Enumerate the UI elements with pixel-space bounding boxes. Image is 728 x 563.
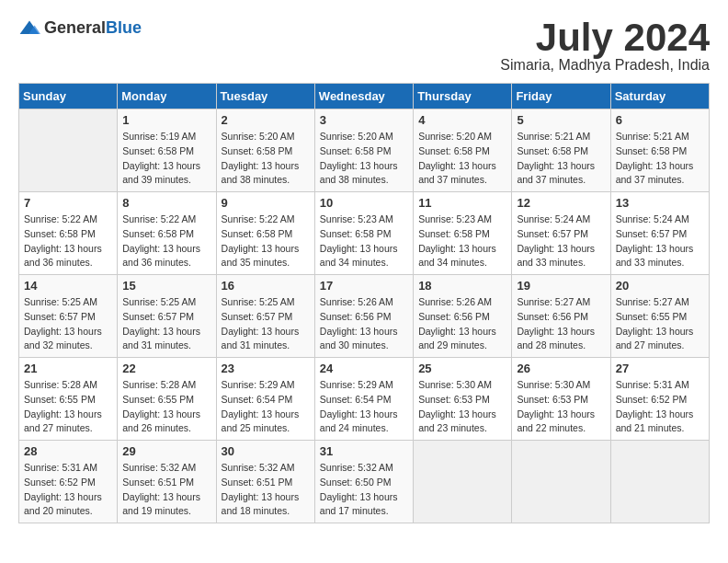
calendar-cell: 12Sunrise: 5:24 AMSunset: 6:57 PMDayligh… xyxy=(512,192,610,275)
calendar-cell xyxy=(19,109,118,192)
day-number: 14 xyxy=(24,279,112,293)
day-number: 5 xyxy=(517,113,605,127)
day-number: 31 xyxy=(320,444,408,458)
calendar-header-row: SundayMondayTuesdayWednesdayThursdayFrid… xyxy=(19,84,710,109)
day-number: 2 xyxy=(222,113,310,127)
day-number: 9 xyxy=(222,196,310,210)
calendar-cell: 27Sunrise: 5:31 AMSunset: 6:52 PMDayligh… xyxy=(610,358,709,441)
day-info: Sunrise: 5:24 AMSunset: 6:57 PMDaylight:… xyxy=(616,213,704,270)
month-title: July 2024 xyxy=(500,18,710,57)
day-number: 12 xyxy=(517,196,605,210)
day-header-sunday: Sunday xyxy=(19,84,118,109)
calendar-cell: 13Sunrise: 5:24 AMSunset: 6:57 PMDayligh… xyxy=(610,192,709,275)
day-info: Sunrise: 5:25 AMSunset: 6:57 PMDaylight:… xyxy=(222,295,310,353)
page-header: GeneralBlue July 2024 Simaria, Madhya Pr… xyxy=(18,18,710,74)
day-number: 22 xyxy=(122,362,210,375)
day-header-monday: Monday xyxy=(118,84,216,109)
week-row-2: 7Sunrise: 5:22 AMSunset: 6:58 PMDaylight… xyxy=(19,192,710,275)
day-info: Sunrise: 5:19 AMSunset: 6:58 PMDaylight:… xyxy=(122,130,210,188)
day-info: Sunrise: 5:28 AMSunset: 6:55 PMDaylight:… xyxy=(24,378,112,436)
logo: GeneralBlue xyxy=(18,18,142,38)
calendar-cell: 11Sunrise: 5:23 AMSunset: 6:58 PMDayligh… xyxy=(414,192,512,275)
day-info: Sunrise: 5:30 AMSunset: 6:53 PMDaylight:… xyxy=(418,378,506,436)
day-info: Sunrise: 5:25 AMSunset: 6:57 PMDaylight:… xyxy=(24,295,112,353)
calendar-cell: 18Sunrise: 5:26 AMSunset: 6:56 PMDayligh… xyxy=(414,275,512,358)
day-info: Sunrise: 5:27 AMSunset: 6:56 PMDaylight:… xyxy=(517,295,605,353)
day-number: 11 xyxy=(418,196,506,210)
week-row-5: 28Sunrise: 5:31 AMSunset: 6:52 PMDayligh… xyxy=(19,441,710,523)
day-info: Sunrise: 5:21 AMSunset: 6:58 PMDaylight:… xyxy=(616,130,704,188)
calendar-cell: 26Sunrise: 5:30 AMSunset: 6:53 PMDayligh… xyxy=(512,358,610,441)
day-header-saturday: Saturday xyxy=(610,84,709,109)
logo-blue: Blue xyxy=(106,18,142,37)
day-number: 21 xyxy=(24,362,112,375)
calendar-cell: 30Sunrise: 5:32 AMSunset: 6:51 PMDayligh… xyxy=(216,441,314,523)
logo-text: GeneralBlue xyxy=(44,18,142,38)
calendar-cell: 15Sunrise: 5:25 AMSunset: 6:57 PMDayligh… xyxy=(118,275,216,358)
calendar-cell: 28Sunrise: 5:31 AMSunset: 6:52 PMDayligh… xyxy=(19,441,118,523)
day-info: Sunrise: 5:31 AMSunset: 6:52 PMDaylight:… xyxy=(24,461,112,519)
day-info: Sunrise: 5:22 AMSunset: 6:58 PMDaylight:… xyxy=(222,213,310,270)
logo-general: General xyxy=(44,18,106,37)
day-number: 20 xyxy=(616,279,704,293)
calendar-cell: 10Sunrise: 5:23 AMSunset: 6:58 PMDayligh… xyxy=(314,192,413,275)
day-header-tuesday: Tuesday xyxy=(216,84,314,109)
day-info: Sunrise: 5:23 AMSunset: 6:58 PMDaylight:… xyxy=(320,213,408,270)
day-number: 24 xyxy=(320,362,408,375)
location-subtitle: Simaria, Madhya Pradesh, India xyxy=(500,57,710,74)
day-info: Sunrise: 5:24 AMSunset: 6:57 PMDaylight:… xyxy=(517,213,605,270)
day-number: 27 xyxy=(616,362,704,375)
day-info: Sunrise: 5:27 AMSunset: 6:55 PMDaylight:… xyxy=(616,295,704,353)
day-number: 30 xyxy=(222,444,310,458)
calendar-cell: 23Sunrise: 5:29 AMSunset: 6:54 PMDayligh… xyxy=(216,358,314,441)
day-number: 13 xyxy=(616,196,704,210)
day-info: Sunrise: 5:26 AMSunset: 6:56 PMDaylight:… xyxy=(320,295,408,353)
calendar-cell: 1Sunrise: 5:19 AMSunset: 6:58 PMDaylight… xyxy=(118,109,216,192)
day-number: 17 xyxy=(320,279,408,293)
day-info: Sunrise: 5:29 AMSunset: 6:54 PMDaylight:… xyxy=(320,378,408,436)
calendar-cell: 8Sunrise: 5:22 AMSunset: 6:58 PMDaylight… xyxy=(118,192,216,275)
calendar-cell: 24Sunrise: 5:29 AMSunset: 6:54 PMDayligh… xyxy=(314,358,413,441)
day-info: Sunrise: 5:32 AMSunset: 6:51 PMDaylight:… xyxy=(222,461,310,519)
day-number: 8 xyxy=(122,196,210,210)
day-number: 25 xyxy=(418,362,506,375)
day-header-thursday: Thursday xyxy=(414,84,512,109)
calendar-cell: 25Sunrise: 5:30 AMSunset: 6:53 PMDayligh… xyxy=(414,358,512,441)
day-info: Sunrise: 5:32 AMSunset: 6:50 PMDaylight:… xyxy=(320,461,408,519)
day-info: Sunrise: 5:23 AMSunset: 6:58 PMDaylight:… xyxy=(418,213,506,270)
day-info: Sunrise: 5:32 AMSunset: 6:51 PMDaylight:… xyxy=(122,461,210,519)
calendar-cell: 31Sunrise: 5:32 AMSunset: 6:50 PMDayligh… xyxy=(314,441,413,523)
calendar-cell: 6Sunrise: 5:21 AMSunset: 6:58 PMDaylight… xyxy=(610,109,709,192)
day-info: Sunrise: 5:20 AMSunset: 6:58 PMDaylight:… xyxy=(418,130,506,188)
day-info: Sunrise: 5:29 AMSunset: 6:54 PMDaylight:… xyxy=(222,378,310,436)
day-number: 6 xyxy=(616,113,704,127)
calendar-cell: 19Sunrise: 5:27 AMSunset: 6:56 PMDayligh… xyxy=(512,275,610,358)
calendar-cell: 2Sunrise: 5:20 AMSunset: 6:58 PMDaylight… xyxy=(216,109,314,192)
day-number: 7 xyxy=(24,196,112,210)
calendar-table: SundayMondayTuesdayWednesdayThursdayFrid… xyxy=(18,83,710,523)
day-number: 10 xyxy=(320,196,408,210)
week-row-1: 1Sunrise: 5:19 AMSunset: 6:58 PMDaylight… xyxy=(19,109,710,192)
calendar-cell: 3Sunrise: 5:20 AMSunset: 6:58 PMDaylight… xyxy=(314,109,413,192)
day-header-wednesday: Wednesday xyxy=(314,84,413,109)
day-number: 29 xyxy=(122,444,210,458)
calendar-cell xyxy=(414,441,512,523)
week-row-4: 21Sunrise: 5:28 AMSunset: 6:55 PMDayligh… xyxy=(19,358,710,441)
calendar-cell: 7Sunrise: 5:22 AMSunset: 6:58 PMDaylight… xyxy=(19,192,118,275)
day-number: 18 xyxy=(418,279,506,293)
day-info: Sunrise: 5:31 AMSunset: 6:52 PMDaylight:… xyxy=(616,378,704,436)
day-number: 16 xyxy=(222,279,310,293)
calendar-cell: 14Sunrise: 5:25 AMSunset: 6:57 PMDayligh… xyxy=(19,275,118,358)
day-number: 23 xyxy=(222,362,310,375)
week-row-3: 14Sunrise: 5:25 AMSunset: 6:57 PMDayligh… xyxy=(19,275,710,358)
day-number: 3 xyxy=(320,113,408,127)
calendar-cell: 22Sunrise: 5:28 AMSunset: 6:55 PMDayligh… xyxy=(118,358,216,441)
day-info: Sunrise: 5:20 AMSunset: 6:58 PMDaylight:… xyxy=(222,130,310,188)
day-info: Sunrise: 5:30 AMSunset: 6:53 PMDaylight:… xyxy=(517,378,605,436)
calendar-cell: 17Sunrise: 5:26 AMSunset: 6:56 PMDayligh… xyxy=(314,275,413,358)
calendar-cell: 20Sunrise: 5:27 AMSunset: 6:55 PMDayligh… xyxy=(610,275,709,358)
day-info: Sunrise: 5:21 AMSunset: 6:58 PMDaylight:… xyxy=(517,130,605,188)
day-number: 28 xyxy=(24,444,112,458)
calendar-cell xyxy=(512,441,610,523)
day-number: 1 xyxy=(122,113,210,127)
